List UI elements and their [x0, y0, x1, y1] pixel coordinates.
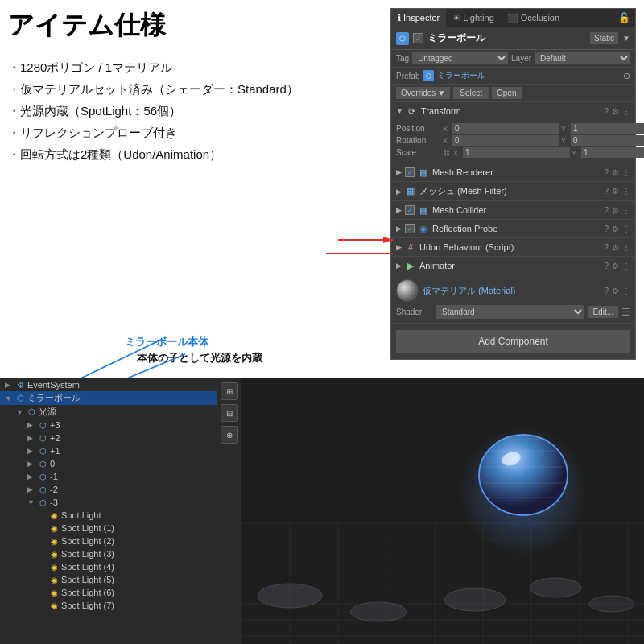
hierarchy-item[interactable]: ▶⬡+3 — [0, 419, 217, 431]
mesh-filter-dots-icon: ⋮ — [622, 187, 630, 196]
hierarchy-item[interactable]: ◉Spot Light (5) — [0, 573, 217, 586]
udon-behaviour-header[interactable]: ▶ # Udon Behaviour (Script) ? ⚙ ⋮ — [391, 238, 635, 256]
shader-select[interactable]: Standard — [436, 305, 584, 319]
hierarchy-item-label: Spot Light (2) — [61, 536, 114, 546]
material-gear-icon: ⚙ — [612, 287, 619, 295]
hierarchy-item[interactable]: ▶⬡0 — [0, 457, 217, 470]
hierarchy-item-label: Spot Light (6) — [61, 588, 114, 597]
udon-help-icon: ? — [604, 243, 609, 252]
hierarchy-item-label: Spot Light (3) — [61, 549, 114, 559]
rot-x-input[interactable] — [452, 135, 559, 146]
reflection-probe-header[interactable]: ▶ ✓ ◉ Reflection Probe ? ⚙ ⋮ — [391, 220, 635, 237]
hierarchy-item-icon: ◉ — [48, 561, 60, 572]
hierarchy-item[interactable]: ◉Spot Light (1) — [0, 522, 217, 535]
hierarchy-item[interactable]: ▼⬡光源 — [0, 405, 217, 419]
prefab-icon: ⬡ — [423, 70, 434, 81]
add-component-button[interactable]: Add Component — [396, 330, 630, 353]
object-header: ⬡ ✓ ミラーボール Static ▼ — [391, 27, 635, 50]
scale-y-input[interactable] — [581, 147, 644, 158]
hierarchy-item-icon: ◉ — [48, 574, 60, 585]
hierarchy-arrow: ▼ — [5, 394, 13, 402]
pos-x-input[interactable] — [452, 123, 559, 134]
hierarchy-item-label: EventSystem — [27, 380, 80, 390]
hierarchy-arrow: ▼ — [16, 408, 24, 416]
tab-occlusion[interactable]: ⬛ Occlusion — [501, 9, 566, 27]
hierarchy-item[interactable]: ▶⬡+1 — [0, 444, 217, 457]
spec-item: 光源内蔵（SpotLight：56個） — [8, 100, 322, 122]
inspector-tabs: ℹ Inspector ☀ Lighting ⬛ Occlusion 🔓 — [391, 9, 635, 27]
mesh-collider-dots-icon: ⋮ — [622, 206, 630, 215]
hierarchy-item[interactable]: ▼⬡-3 — [0, 496, 217, 509]
move-tool-button[interactable]: ⊞ — [221, 382, 238, 400]
transform-name: Transform — [421, 106, 601, 116]
mesh-filter-header[interactable]: ▶ ▦ メッシュ (Mesh Filter) ? ⚙ ⋮ — [391, 182, 635, 200]
animator-header[interactable]: ▶ ▶ Animator ? ⚙ ⋮ — [391, 257, 635, 275]
hierarchy-item[interactable]: ◉Spot Light (7) — [0, 599, 217, 612]
tag-layer-row: Tag Untagged Layer Default — [391, 50, 635, 68]
hierarchy-item-label: -1 — [50, 472, 58, 481]
lock-icon[interactable]: 🔓 — [613, 9, 635, 27]
hierarchy-item[interactable]: ◉Spot Light — [0, 509, 217, 522]
rot-y-input[interactable] — [571, 135, 644, 146]
hierarchy-item[interactable]: ▼⬡ミラーボール — [0, 391, 217, 405]
hierarchy-item[interactable]: ◉Spot Light (2) — [0, 535, 217, 547]
spec-item: リフレクションプローブ付き — [8, 122, 322, 143]
open-button[interactable]: Open — [492, 87, 521, 99]
mesh-renderer-checkbox[interactable]: ✓ — [405, 167, 415, 177]
scale-x-input[interactable] — [463, 147, 570, 158]
edit-button[interactable]: Edit... — [588, 306, 618, 318]
object-name: ミラーボール — [427, 31, 586, 45]
material-preview — [396, 279, 419, 302]
tag-select[interactable]: Untagged — [412, 52, 508, 64]
hierarchy-item[interactable]: ▶⚙EventSystem — [0, 378, 217, 391]
hierarchy-item[interactable]: ▶⬡-2 — [0, 483, 217, 496]
hierarchy-arrow: ▼ — [27, 498, 35, 506]
scene-3d-viewport — [242, 378, 644, 644]
hierarchy-item[interactable]: ◉Spot Light (4) — [0, 560, 217, 573]
object-active-checkbox[interactable]: ✓ — [413, 33, 423, 43]
udon-dots-icon: ⋮ — [622, 243, 630, 252]
material-dots-icon: ⋮ — [622, 287, 630, 295]
prefab-info-icon: ⊙ — [623, 71, 630, 81]
svg-point-27 — [444, 588, 506, 611]
spec-item: 1280ポリゴン / 1マテリアル — [8, 56, 322, 78]
object-type-icon: ⬡ — [396, 32, 409, 45]
hierarchy-item[interactable]: ▶⬡+2 — [0, 431, 217, 444]
static-dropdown-arrow[interactable]: ▼ — [622, 34, 630, 43]
hierarchy-arrow: ▶ — [27, 447, 35, 455]
hierarchy-arrow: ▶ — [27, 485, 35, 493]
hierarchy-item-label: ミラーボール — [27, 392, 80, 404]
mesh-renderer-help-icon: ? — [604, 168, 609, 177]
mesh-collider-section: ▶ ✓ ▦ Mesh Collider ? ⚙ ⋮ — [391, 201, 635, 220]
hierarchy-item-icon: ◉ — [48, 600, 60, 611]
hierarchy-arrow: ▶ — [27, 421, 35, 429]
pos-y-input[interactable] — [571, 123, 644, 134]
mesh-renderer-header[interactable]: ▶ ✓ ▦ Mesh Renderer ? ⚙ ⋮ — [391, 163, 635, 181]
hierarchy-item[interactable]: ◉Spot Light (6) — [0, 586, 217, 599]
hierarchy-item-label: +1 — [50, 446, 60, 456]
transform-icon: ⟳ — [407, 105, 418, 117]
reflection-probe-checkbox[interactable]: ✓ — [405, 224, 415, 233]
mesh-collider-header[interactable]: ▶ ✓ ▦ Mesh Collider ? ⚙ ⋮ — [391, 201, 635, 219]
overrides-row: Overrides ▼ Select Open — [391, 85, 635, 102]
tab-inspector[interactable]: ℹ Inspector — [391, 9, 446, 27]
material-section: 仮マテリアル (Material) ? ⚙ ⋮ Shader Standard … — [391, 275, 635, 324]
transform-gear-icon: ⚙ — [612, 107, 619, 116]
layer-select[interactable]: Default — [535, 52, 630, 64]
hierarchy-arrow: ▶ — [27, 473, 35, 481]
select-button[interactable]: Select — [453, 87, 489, 99]
static-button[interactable]: Static — [590, 32, 618, 44]
mesh-collider-checkbox[interactable]: ✓ — [405, 205, 415, 215]
tab-lighting[interactable]: ☀ Lighting — [446, 9, 501, 27]
hierarchy-item[interactable]: ◉Spot Light (3) — [0, 547, 217, 560]
hierarchy-item-label: +3 — [50, 420, 60, 430]
mirror-ball-label: ミラーボール本体 — [125, 334, 208, 349]
reflection-probe-section: ▶ ✓ ◉ Reflection Probe ? ⚙ ⋮ — [391, 220, 635, 238]
grid-tool-button[interactable]: ⊕ — [221, 426, 238, 444]
rect-tool-button[interactable]: ⊟ — [221, 404, 238, 422]
mesh-renderer-icon: ▦ — [418, 167, 429, 178]
transform-header[interactable]: ▼ ⟳ Transform ? ⚙ ⋮ — [391, 102, 635, 120]
overrides-button[interactable]: Overrides ▼ — [396, 87, 450, 99]
hierarchy-item-icon: ◉ — [48, 548, 60, 559]
hierarchy-item[interactable]: ▶⬡-1 — [0, 470, 217, 483]
